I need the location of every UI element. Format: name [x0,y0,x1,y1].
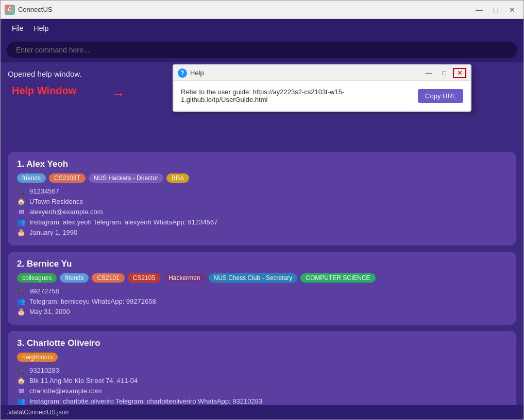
window-controls: — □ ✕ [472,4,519,15]
contact-social: 👥 Telegram: berniceyu WhatsApp: 99272658 [17,297,507,305]
birthday-icon: 🎂 [17,307,25,316]
contact-email: ✉ alexyeoh@example.com [17,207,507,216]
close-button[interactable]: ✕ [505,4,519,15]
contact-phone: 📞 91234567 [17,187,507,195]
contact-card: 3. Charlotte Oliveironeighbours 📞 932102… [8,331,516,405]
phone-icon: 📞 [17,287,25,295]
contact-birthday: 🎂 January 1, 1990 [17,228,507,236]
phone-value: 99272758 [29,287,59,295]
help-maximize-button[interactable]: □ [437,68,451,78]
menu-file[interactable]: File [7,22,29,34]
social-icon: 👥 [17,218,25,226]
contact-tag: friends [17,173,46,183]
main-window: C ConnectUS — □ ✕ File Help Opened help … [0,0,524,420]
contact-tag: neighbours [17,353,58,362]
help-dialog-titlebar: ? Help — □ ✕ [174,65,470,81]
social-icon: 👥 [17,397,25,405]
contact-social: 👥 Instagram: charlotte.oliveriro Telegra… [17,397,507,405]
contact-tag: colleagues [17,273,57,283]
contact-list: 1. Alex YeohfriendsCS2103TNUS Hackers - … [8,152,516,405]
help-icon: ? [178,68,187,78]
contact-phone: 📞 99272758 [17,287,507,295]
window-title: ConnectUS [18,6,472,13]
email-icon: ✉ [17,387,25,395]
phone-icon: 📞 [17,187,25,195]
address-value: Blk 11 Ang Mo Kio Street 74, #11-04 [29,377,138,384]
contact-tag: friends [60,273,89,283]
app-icon: C [5,5,15,15]
contact-card: 2. Bernice YucolleaguesfriendsCS2101CS21… [8,252,516,325]
help-dialog-body: Refer to the user guide: https://ay2223s… [174,81,470,111]
birthday-value: January 1, 1990 [29,229,77,236]
contact-social: 👥 Instagram: alex.yeoh Telegram: alexyeo… [17,218,507,226]
help-close-button[interactable]: ✕ [453,68,466,78]
birthday-icon: 🎂 [17,228,25,236]
address-value: UTown Residence [29,198,83,205]
contact-tag: Hackermen [163,273,205,283]
contact-email: ✉ charlotte@example.com [17,387,507,395]
social-value: Instagram: alex.yeoh Telegram: alexyeoh … [29,218,217,226]
contact-tag: CS2101 [92,273,124,283]
email-icon: ✉ [17,207,25,216]
contact-tags: colleaguesfriendsCS2101CS2105HackermenNU… [17,273,507,283]
help-dialog-text: Refer to the user guide: https://ay2223s… [181,88,412,103]
title-bar: C ConnectUS — □ ✕ [1,1,523,19]
help-minimize-button[interactable]: — [422,68,435,78]
birthday-value: May 31, 2000 [29,308,70,316]
help-opened-section: Opened help window. Help Window → ? Help… [8,69,516,111]
email-value: alexyeoh@example.com [29,208,103,216]
menu-help[interactable]: Help [29,22,54,34]
maximize-button[interactable]: □ [488,4,503,15]
address-icon: 🏠 [17,197,25,205]
contact-tags: neighbours [17,353,507,362]
content-area: Opened help window. Help Window → ? Help… [1,62,523,405]
contact-tag: CS2103T [49,173,86,183]
contact-name: 1. Alex Yeoh [17,159,507,169]
contact-tag: BBA [166,173,189,183]
command-bar [1,38,523,62]
phone-icon: 📞 [17,366,25,374]
social-value: Instagram: charlotte.oliveriro Telegram:… [29,397,262,405]
copy-url-button[interactable]: Copy URL [418,89,463,103]
social-icon: 👥 [17,297,25,305]
contact-card: 1. Alex YeohfriendsCS2103TNUS Hackers - … [8,152,516,246]
help-dialog-title: Help [190,69,422,77]
social-value: Telegram: berniceyu WhatsApp: 99272658 [29,297,156,305]
help-window-label: Help Window [12,85,76,97]
arrow-icon: → [111,86,125,102]
contact-tags: friendsCS2103TNUS Hackers - DirectorBBA [17,173,507,183]
help-dialog: ? Help — □ ✕ Refer to the user guide: ht… [173,64,471,112]
command-input[interactable] [7,42,517,58]
contact-phone: 📞 93210283 [17,366,507,374]
phone-value: 91234567 [29,187,59,195]
contact-tag: COMPUTER SCIENCE [300,273,375,283]
contact-name: 2. Bernice Yu [17,259,507,269]
contact-tag: NUS Hackers - Director [89,173,163,183]
status-text: .\data\ConnectUS.json [7,409,69,416]
help-dialog-controls: — □ ✕ [422,68,466,78]
contact-tag: CS2105 [128,273,160,283]
email-value: charlotte@example.com [29,387,102,395]
contact-name: 3. Charlotte Oliveiro [17,338,507,348]
contact-tag: NUS Chess Club - Secretary [209,273,298,283]
minimize-button[interactable]: — [472,4,486,15]
address-icon: 🏠 [17,376,25,384]
status-bar: .\data\ConnectUS.json [1,405,523,419]
contact-address: 🏠 UTown Residence [17,197,507,205]
menu-bar: File Help [1,19,523,38]
contact-birthday: 🎂 May 31, 2000 [17,307,507,316]
contact-address: 🏠 Blk 11 Ang Mo Kio Street 74, #11-04 [17,376,507,384]
phone-value: 93210283 [29,366,59,374]
